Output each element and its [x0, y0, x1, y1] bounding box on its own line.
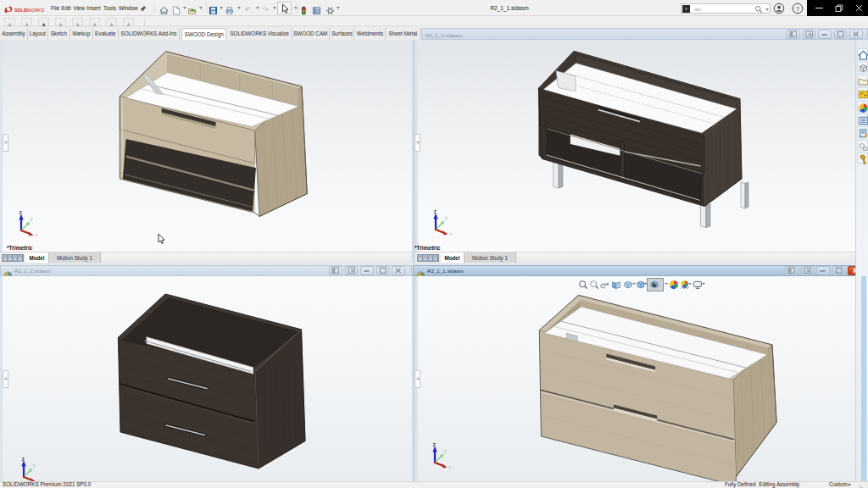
svg-text:Y: Y: [30, 217, 33, 222]
svg-text:Y: Y: [32, 463, 36, 469]
svg-text:Y: Y: [444, 449, 448, 454]
svg-text:x: x: [35, 231, 37, 236]
svg-text:Z: Z: [434, 209, 437, 214]
svg-text:Z: Z: [433, 442, 436, 447]
svg-text:Z: Z: [21, 457, 24, 462]
svg-text:x: x: [450, 231, 453, 236]
svg-text:Y: Y: [445, 216, 448, 221]
svg-text:Z: Z: [19, 210, 21, 215]
svg-text:x: x: [449, 464, 452, 469]
